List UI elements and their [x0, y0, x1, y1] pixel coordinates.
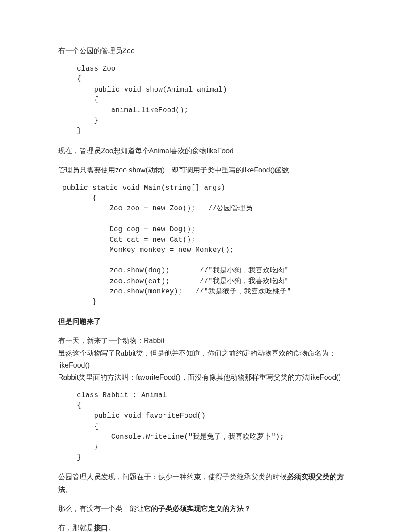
- text-answer-start: 有，那就是: [58, 524, 94, 532]
- text-answer-bold: 接口: [94, 524, 108, 532]
- code-block-main: public static void Main(string[] args) {…: [58, 183, 357, 307]
- paragraph-zoo-know: 现在，管理员Zoo想知道每个Animal喜欢的食物likeFood: [58, 145, 357, 157]
- code-block-rabbit: class Rabbit : Animal { public void favo…: [77, 390, 357, 463]
- paragraph-answer: 有，那就是接口。: [58, 522, 357, 532]
- paragraph-zoo-show: 管理员只需要使用zoo.show(动物)，即可调用子类中重写的likeFood(…: [58, 164, 357, 176]
- text-question-bold: 它的子类必须实现它定义的方法？: [144, 505, 251, 512]
- paragraph-rabbit-story: 有一天，新来了一个动物：Rabbit 虽然这个动物写了Rabbit类，但是他并不…: [58, 335, 357, 383]
- heading-problem: 但是问题来了: [58, 315, 357, 327]
- text-answer-end: 。: [108, 524, 115, 532]
- paragraph-question: 那么，有没有一个类，能让它的子类必须实现它定义的方法？: [58, 503, 357, 515]
- paragraph-intro: 有一个公园的管理员Zoo: [58, 45, 357, 57]
- text-question-start: 那么，有没有一个类，能让: [58, 505, 144, 512]
- text-constraint-start: 公园管理人员发现，问题在于：缺少一种约束，使得子类继承父类的时候: [58, 473, 287, 481]
- text-constraint-end: 。: [65, 486, 72, 493]
- code-block-zoo: class Zoo { public void show(Animal anim…: [77, 64, 357, 136]
- paragraph-constraint: 公园管理人员发现，问题在于：缺少一种约束，使得子类继承父类的时候必须实现父类的方…: [58, 471, 357, 495]
